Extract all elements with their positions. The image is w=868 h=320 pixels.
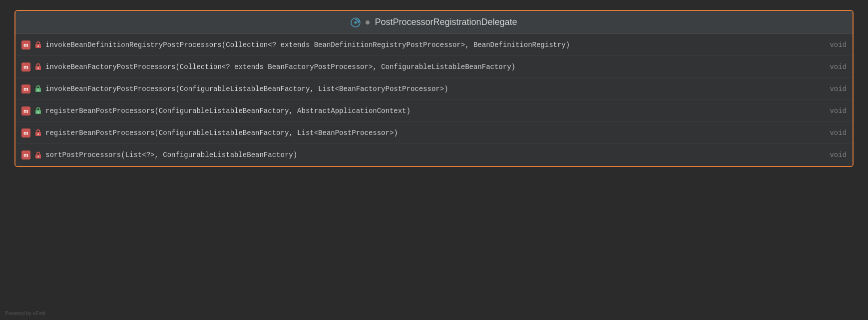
access-icon [34,130,41,136]
method-signature: invokeBeanFactoryPostProcessors(Configur… [45,85,816,93]
svg-rect-13 [37,156,38,158]
class-header: PostProcessorRegistrationDelegate [15,11,853,34]
class-panel: PostProcessorRegistrationDelegate m invo… [14,10,854,167]
svg-rect-7 [37,90,38,91]
class-icon [351,18,361,28]
method-row[interactable]: m invokeBeanFactoryPostProcessors(Collec… [15,56,853,78]
method-signature: invokeBeanDefinitionRegistryPostProcesso… [45,41,816,49]
access-icon [34,86,41,92]
method-badge: m [21,128,30,138]
svg-point-1 [355,21,357,24]
method-signature: registerBeanPostProcessors(ConfigurableL… [45,107,816,115]
method-badge: m [21,106,30,116]
method-badge: m [21,84,30,94]
access-icon [34,42,41,48]
return-type: void [820,63,847,71]
access-icon [34,108,41,114]
method-signature: registerBeanPostProcessors(ConfigurableL… [45,129,816,137]
method-row[interactable]: m invokeBeanDefinitionRegistryPostProces… [15,34,853,56]
method-row[interactable]: m registerBeanPostProcessors(Configurabl… [15,100,853,122]
method-signature: sortPostProcessors(List<?>, Configurable… [45,151,816,159]
footer-text: Powered by uFind [5,310,45,316]
methods-list: m invokeBeanDefinitionRegistryPostProces… [15,34,853,166]
method-badge: m [21,62,30,72]
svg-rect-11 [37,134,38,135]
svg-rect-9 [37,112,38,113]
return-type: void [820,129,847,137]
class-title: PostProcessorRegistrationDelegate [375,17,517,28]
return-type: void [820,41,847,49]
method-row[interactable]: m sortPostProcessors(List<?>, Configurab… [15,144,853,166]
method-badge: m [21,40,30,50]
separator-dot [366,20,370,24]
method-signature: invokeBeanFactoryPostProcessors(Collecti… [45,63,816,71]
return-type: void [820,107,847,115]
method-badge: m [21,150,30,160]
svg-rect-5 [37,68,38,69]
access-icon [34,152,41,158]
return-type: void [820,85,847,93]
method-row[interactable]: m invokeBeanFactoryPostProcessors(Config… [15,78,853,100]
return-type: void [820,151,847,159]
svg-rect-3 [37,46,38,47]
access-icon [34,64,41,70]
method-row[interactable]: m registerBeanPostProcessors(Configurabl… [15,122,853,144]
